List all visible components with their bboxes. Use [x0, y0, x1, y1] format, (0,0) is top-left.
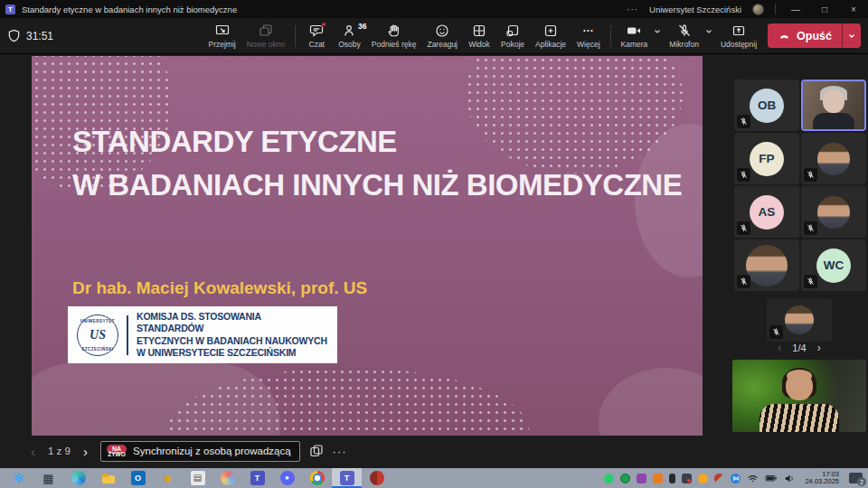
- tray-icon-orange[interactable]: [653, 474, 663, 483]
- logo-text-line1: KOMISJA DS. STOSOWANIA STANDARDÓW: [137, 311, 328, 335]
- titlebar-more-button[interactable]: ···: [627, 5, 638, 14]
- timer-value: 31:51: [26, 30, 53, 42]
- participant-photo-avatar: [746, 245, 788, 286]
- self-view-video[interactable]: [732, 360, 866, 432]
- mic-muted-icon: [804, 168, 817, 182]
- participant-tile[interactable]: [801, 186, 866, 238]
- view-grid-icon: [472, 23, 486, 38]
- tray-icon-mic[interactable]: [669, 474, 675, 483]
- notification-center-icon[interactable]: 2: [849, 473, 863, 483]
- account-name: Uniwersytet Szczeciński: [649, 5, 741, 14]
- tray-icon-purple[interactable]: [637, 474, 646, 483]
- shared-presentation-slide: STANDARDY ETYCZNE W BADANIACH INNYCH NIŻ…: [32, 56, 703, 436]
- shield-icon: [7, 29, 21, 42]
- participant-initials: AS: [750, 195, 784, 230]
- meeting-stage: STANDARDY ETYCZNE W BADANIACH INNYCH NIŻ…: [0, 54, 868, 468]
- teams-classic-icon[interactable]: T: [242, 468, 272, 488]
- logo-text-line2: ETYCZNYCH W BADANIACH NAUKOWYCH: [137, 335, 328, 348]
- leave-button[interactable]: Opuść: [768, 23, 861, 48]
- mic-muted-icon: [737, 115, 750, 128]
- chrome-icon[interactable]: [302, 468, 332, 488]
- view-button[interactable]: Widok: [463, 19, 495, 53]
- speaker-avatar: [823, 89, 844, 113]
- participant-tile[interactable]: WC: [801, 239, 866, 291]
- file-explorer-icon[interactable]: [93, 468, 123, 488]
- camera-icon: [627, 23, 641, 38]
- microphone-button[interactable]: Mikrofon: [664, 19, 704, 53]
- edge-browser-icon[interactable]: [63, 468, 93, 488]
- notification-count-badge: 2: [857, 477, 866, 486]
- share-button[interactable]: Udostępnij: [715, 19, 762, 53]
- close-button[interactable]: ×: [844, 5, 863, 14]
- task-view-button[interactable]: ▦: [33, 468, 63, 488]
- take-control-button[interactable]: Przejmij: [203, 19, 241, 53]
- people-button[interactable]: 36 Osoby: [333, 19, 366, 53]
- microphone-options-chevron[interactable]: [705, 29, 712, 34]
- notes-app-icon[interactable]: ▤: [183, 468, 212, 488]
- battery-icon[interactable]: [765, 474, 778, 483]
- participant-tile[interactable]: FP: [734, 133, 799, 184]
- leave-options-chevron[interactable]: [842, 23, 861, 48]
- toolbar-divider: [610, 25, 611, 47]
- teams-taskbar-icon-active[interactable]: T: [332, 468, 362, 488]
- volume-icon[interactable]: [784, 474, 796, 483]
- slide-thumbnails-button[interactable]: [309, 444, 324, 458]
- gold-app-icon[interactable]: ◆: [153, 468, 183, 488]
- account-avatar[interactable]: [752, 4, 764, 15]
- speaker-avatar: [813, 113, 854, 131]
- university-logo-box: UNIWERSYTET US SZCZECIŃSKI KOMISJA DS. S…: [68, 306, 337, 363]
- participant-tile[interactable]: [734, 239, 799, 291]
- camera-button[interactable]: Kamera: [616, 19, 654, 53]
- outlook-icon[interactable]: O: [123, 468, 153, 488]
- mic-muted-icon: [769, 325, 783, 339]
- mic-muted-icon: [804, 275, 817, 288]
- participant-tile-active-speaker[interactable]: [801, 80, 866, 131]
- tray-icon-green[interactable]: [604, 474, 614, 483]
- raise-hand-icon: [387, 23, 401, 38]
- tray-icon-amber[interactable]: [698, 474, 708, 483]
- wifi-icon[interactable]: [747, 474, 759, 483]
- minimize-button[interactable]: —: [787, 5, 805, 14]
- camera-options-chevron[interactable]: [654, 29, 661, 34]
- tray-icon-red-gray[interactable]: [714, 474, 724, 483]
- discord-icon[interactable]: ●: [272, 468, 302, 488]
- red-app-icon[interactable]: [362, 468, 392, 488]
- participants-next-page-button[interactable]: ›: [817, 342, 821, 354]
- participants-previous-page-button[interactable]: ‹: [778, 342, 781, 354]
- participant-tile[interactable]: [801, 133, 866, 184]
- previous-slide-button[interactable]: ‹: [27, 444, 39, 459]
- slide-title-line2: W BADANIACH INNYCH NIŻ BIOMEDYCZNE: [72, 168, 682, 202]
- shell-app-icon[interactable]: [212, 468, 242, 488]
- mic-muted-icon: [804, 221, 817, 235]
- more-button[interactable]: ··· Więcej: [571, 19, 606, 53]
- logo-divider: [127, 315, 128, 355]
- window-title: Standardy etyczne w badaniach innych niż…: [22, 5, 237, 14]
- mic-muted-icon: [737, 168, 750, 182]
- logo-text-line3: W UNIWERSYTECIE SZCZECIŃSKIM: [137, 347, 328, 360]
- new-window-button: Nowe okno: [241, 19, 291, 53]
- raise-hand-button[interactable]: Podnieś rękę: [366, 19, 422, 53]
- participant-tile[interactable]: OB: [734, 80, 799, 131]
- chat-button[interactable]: Czat: [300, 19, 333, 53]
- maximize-button[interactable]: □: [816, 5, 834, 14]
- leave-label: Opuść: [797, 30, 832, 42]
- taskbar-clock[interactable]: 17:03 24.03.2025: [805, 471, 839, 486]
- apps-button[interactable]: Aplikacje: [530, 19, 571, 53]
- participants-panel: OB FP: [731, 54, 868, 468]
- tray-icon-screen-record[interactable]: [682, 474, 692, 483]
- participant-tile[interactable]: [767, 298, 832, 342]
- presentation-more-button[interactable]: ···: [333, 445, 347, 458]
- sync-to-presenter-button[interactable]: NA ŻYWO Synchronizuj z osobą prowadzącą: [100, 441, 300, 462]
- react-button[interactable]: Zareaguj: [421, 19, 463, 53]
- self-view-avatar: [786, 371, 813, 400]
- new-window-icon: [259, 23, 273, 38]
- participant-photo-avatar: [785, 305, 814, 334]
- participant-tile[interactable]: AS: [734, 186, 799, 238]
- title-bar: T Standardy etyczne w badaniach innych n…: [0, 0, 868, 18]
- start-button[interactable]: ✻: [4, 468, 33, 488]
- next-slide-button[interactable]: ›: [80, 444, 91, 459]
- rooms-button[interactable]: Pokoje: [495, 19, 530, 53]
- bluetooth-icon[interactable]: ⋈: [731, 474, 741, 483]
- speaker-video: [803, 81, 864, 129]
- tray-icon-clock[interactable]: [620, 474, 630, 483]
